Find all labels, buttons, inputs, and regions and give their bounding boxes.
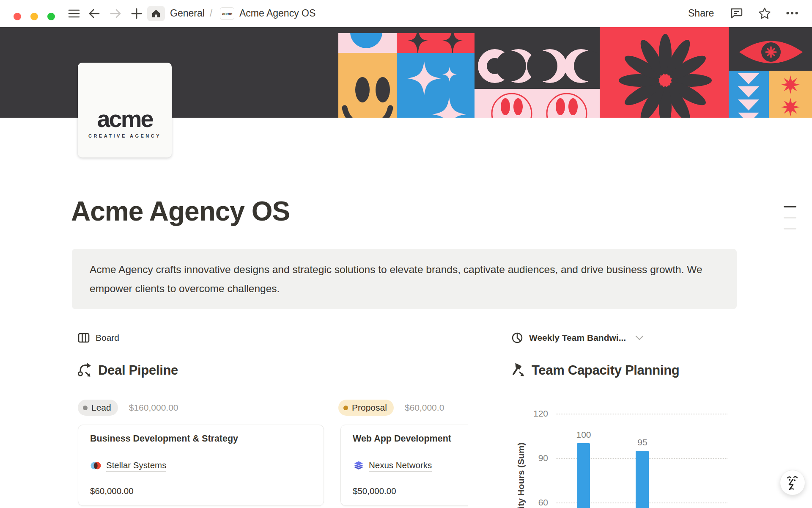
breadcrumb-current-page[interactable]: Acme Agency OS (239, 8, 315, 19)
kanban-card-business-development[interactable]: Business Development & Strategy Stellar … (78, 425, 324, 506)
board-view-label: Board (96, 333, 119, 343)
card-amount: $50,000.00 (353, 486, 396, 496)
status-badge-lead[interactable]: Lead (78, 400, 118, 416)
cover-tile-eye (729, 33, 812, 71)
pie-chart-icon (511, 332, 523, 344)
back-arrow-icon[interactable] (88, 7, 101, 20)
cover-tile-smiley (338, 53, 397, 118)
callout-text: Acme Agency crafts innovative designs an… (90, 260, 724, 298)
kanban-group-proposal: Proposal $60,000.0 (338, 399, 444, 416)
comments-icon[interactable] (730, 7, 743, 19)
stellar-systems-logo-icon (90, 460, 102, 472)
cover-tile-flower (600, 27, 729, 118)
team-capacity-heading: Team Capacity Planning (510, 362, 679, 378)
callout-block: Acme Agency crafts innovative designs an… (72, 249, 737, 309)
status-dot (343, 406, 348, 410)
tab-weekly-team-bandwidth[interactable]: Weekly Team Bandwi... (511, 329, 644, 347)
home-icon[interactable] (147, 6, 165, 21)
minimize-window-button[interactable] (30, 13, 38, 20)
toc-line (784, 217, 796, 218)
page-title: Acme Agency OS (71, 196, 290, 227)
board-view-icon (78, 332, 90, 343)
breadcrumb-page-icon: acme (220, 7, 234, 20)
logo-wordmark: acme (97, 107, 152, 131)
forward-arrow-icon[interactable] (109, 7, 122, 20)
status-label: Lead (91, 403, 111, 413)
pipeline-flow-icon (77, 362, 93, 378)
new-tab-plus-icon[interactable] (130, 7, 143, 20)
chart-bar-2[interactable] (636, 451, 649, 508)
cover-tile-oddc-shapes (475, 33, 600, 89)
cover-tile-triangles (729, 71, 769, 118)
card-client-link[interactable]: Stellar Systems (106, 460, 166, 472)
y-tick-90: 90 (524, 452, 548, 464)
section-divider (72, 355, 468, 355)
kanban-card-web-app-development[interactable]: Web App Development Nexus Networks $50,0… (340, 425, 468, 506)
card-client-row[interactable]: Nexus Networks (353, 460, 432, 472)
deal-pipeline-heading: Deal Pipeline (77, 362, 178, 378)
status-label: Proposal (352, 403, 387, 413)
logo-tagline: CREATIVE AGENCY (88, 133, 161, 138)
gridline (556, 414, 727, 414)
cover-tile-sparkles (397, 53, 475, 118)
zoom-window-button[interactable] (47, 13, 55, 20)
card-client-link[interactable]: Nexus Networks (369, 460, 432, 472)
toc-line (784, 206, 796, 207)
hammer-planning-icon (510, 362, 527, 378)
app-window: General / acme Acme Agency OS Share (0, 0, 812, 508)
ai-face-icon (785, 474, 800, 491)
bar-value-label: 100 (572, 430, 595, 440)
cover-tile-outline-smileys (475, 89, 600, 118)
card-client-row[interactable]: Stellar Systems (90, 460, 166, 472)
sidebar-menu-icon[interactable] (68, 7, 80, 20)
notion-ai-button[interactable] (780, 470, 805, 495)
kanban-group-lead: Lead $160,000.00 (78, 399, 178, 416)
cover-tile-thin-stars (397, 33, 475, 53)
y-tick-60: 60 (524, 497, 548, 508)
page-icon-logo[interactable]: acme CREATIVE AGENCY (78, 63, 172, 157)
nexus-networks-logo-icon (353, 460, 365, 472)
deal-pipeline-section: Board Deal Pipeline (72, 322, 468, 508)
card-title: Web App Development (353, 433, 451, 444)
share-button[interactable]: Share (688, 8, 714, 19)
y-tick-120: 120 (524, 408, 548, 420)
column-total: $160,000.00 (129, 403, 178, 413)
status-dot (83, 406, 88, 410)
tab-board-view[interactable]: Board (78, 329, 119, 347)
favorite-star-icon[interactable] (758, 7, 771, 19)
breadcrumb-general[interactable]: General (170, 8, 205, 19)
cover-tile-starbursts (769, 71, 812, 118)
capacity-view-label: Weekly Team Bandwi... (529, 333, 626, 343)
more-options-icon[interactable] (786, 7, 798, 19)
chevron-down-icon[interactable] (635, 335, 644, 340)
column-total: $60,000.0 (405, 403, 444, 413)
card-title: Business Development & Strategy (90, 433, 238, 444)
deal-pipeline-title: Deal Pipeline (98, 363, 178, 378)
card-amount: $60,000.00 (90, 486, 134, 496)
close-window-button[interactable] (14, 13, 21, 20)
team-capacity-title: Team Capacity Planning (532, 363, 679, 378)
toc-line (784, 228, 796, 229)
section-divider (504, 355, 737, 355)
toolbar: General / acme Acme Agency OS Share (0, 0, 812, 27)
breadcrumb-separator: / (210, 8, 212, 19)
chart-bar-1[interactable] (577, 443, 590, 508)
bar-value-label: 95 (631, 437, 654, 447)
status-badge-proposal[interactable]: Proposal (338, 400, 394, 416)
cover-tile-blue-circle (338, 33, 397, 53)
